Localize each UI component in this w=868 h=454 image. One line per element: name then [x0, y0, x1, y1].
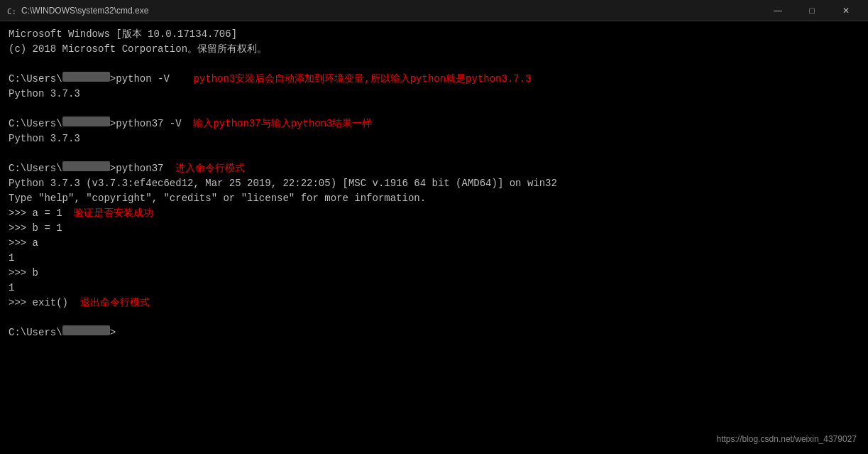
text-win-version: Microsoft Windows [版本 10.0.17134.706] [9, 27, 237, 42]
line-python-version-2: Python 3.7.3 [9, 131, 859, 146]
repl-prompt-exit: >>> exit() [9, 296, 80, 310]
line-1: Microsoft Windows [版本 10.0.17134.706] [9, 27, 859, 42]
close-button[interactable]: ✕ [830, 0, 862, 21]
line-python-info: Python 3.7.3 (v3.7.3:ef4ec6ed12, Mar 25 … [9, 176, 859, 191]
cmd-icon: C:\ [6, 5, 17, 16]
prompt-2: C:\Users\ [9, 117, 62, 131]
final-gt: > [110, 325, 116, 340]
svg-text:C:\: C:\ [7, 7, 17, 16]
text-copyright: (c) 2018 Microsoft Corporation。保留所有权利。 [9, 42, 267, 57]
titlebar-controls: — □ ✕ [762, 0, 862, 21]
line-blank-3 [9, 146, 859, 161]
cmd-python37-v: >python37 -V [110, 117, 194, 131]
username-final-blurred [62, 325, 110, 335]
text-python-373-2: Python 3.7.3 [9, 131, 80, 146]
repl-prompt-b: >>> b = 1 [9, 221, 62, 236]
line-exit: >>> exit() 退出命令行模式 [9, 296, 859, 310]
username-2-blurred [62, 117, 110, 126]
annotation-python37: 进入命令行模式 [175, 161, 245, 176]
annotation-python37-v: 输入python37与输入python3结果一样 [193, 117, 372, 131]
repl-prompt-a: >>> a = 1 [9, 206, 74, 221]
repl-prompt-print-b: >>> b [9, 266, 38, 281]
line-result-b: 1 [9, 281, 859, 296]
line-a-assign: >>> a = 1 验证是否安装成功 [9, 206, 859, 221]
maximize-button[interactable]: □ [796, 0, 828, 21]
line-python-version-1: Python 3.7.3 [9, 87, 859, 102]
line-final-prompt: C:\Users\ > [9, 325, 859, 340]
titlebar-left: C:\ C:\WINDOWS\system32\cmd.exe [6, 5, 148, 16]
prompt-final: C:\Users\ [9, 325, 62, 340]
text-result-b: 1 [9, 281, 14, 296]
titlebar: C:\ C:\WINDOWS\system32\cmd.exe — □ ✕ [0, 0, 868, 21]
line-blank-4 [9, 310, 859, 325]
terminal-area[interactable]: Microsoft Windows [版本 10.0.17134.706] (c… [0, 21, 868, 454]
line-blank-2 [9, 102, 859, 117]
username-3-blurred [62, 161, 110, 171]
annotation-verify: 验证是否安装成功 [74, 206, 153, 221]
line-b-assign: >>> b = 1 [9, 221, 859, 236]
line-print-b: >>> b [9, 266, 859, 281]
annotation-python-v: python3安装后会自动添加到环境变量,所以输入python就是python3… [193, 72, 531, 87]
cmd-python-v: >python -V [110, 72, 194, 87]
line-2: (c) 2018 Microsoft Corporation。保留所有权利。 [9, 42, 859, 57]
line-python37-interactive: C:\Users\ >python37 进入命令行模式 [9, 161, 859, 176]
minimize-button[interactable]: — [762, 0, 794, 21]
text-type-help: Type "help", "copyright", "credits" or "… [9, 191, 426, 206]
annotation-exit: 退出命令行模式 [80, 296, 150, 310]
repl-prompt-print-a: >>> a [9, 236, 38, 251]
line-python37-v: C:\Users\ >python37 -V 输入python37与输入pyth… [9, 117, 859, 131]
line-result-a: 1 [9, 251, 859, 266]
line-print-a: >>> a [9, 236, 859, 251]
watermark: https://blog.csdn.net/weixin_4379027 [717, 433, 857, 445]
line-python-v: C:\Users\ >python -V python3安装后会自动添加到环境变… [9, 72, 859, 87]
text-result-a: 1 [9, 251, 14, 266]
line-type-help: Type "help", "copyright", "credits" or "… [9, 191, 859, 206]
prompt-1: C:\Users\ [9, 72, 62, 87]
line-blank-1 [9, 57, 859, 72]
text-python-info: Python 3.7.3 (v3.7.3:ef4ec6ed12, Mar 25 … [9, 176, 557, 191]
prompt-3: C:\Users\ [9, 161, 62, 176]
window-title: C:\WINDOWS\system32\cmd.exe [21, 6, 148, 16]
text-python-373-1: Python 3.7.3 [9, 87, 80, 102]
cmd-python37: >python37 [110, 161, 175, 176]
username-1-blurred [62, 72, 110, 82]
